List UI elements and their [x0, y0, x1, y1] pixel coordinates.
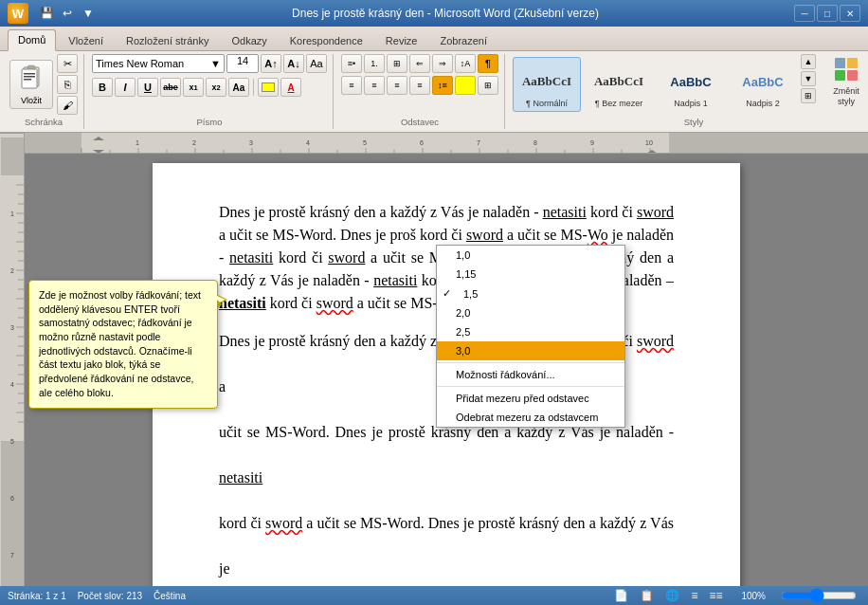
decrease-indent-button[interactable]: ⇐: [409, 54, 430, 73]
font-size-selector[interactable]: 14: [226, 54, 259, 73]
quick-access-dropdown[interactable]: ▼: [80, 5, 97, 22]
tab-home[interactable]: Domů: [8, 29, 56, 51]
style-heading1-preview: AaBbC: [660, 64, 721, 99]
style-normal-label: ¶ Normální: [526, 99, 568, 108]
line-spacing-button[interactable]: ↕≡: [432, 76, 453, 95]
line-spacing-options[interactable]: Možnosti řádkování...: [437, 365, 624, 384]
spacing-1-0[interactable]: 1,0: [437, 246, 624, 265]
style-heading1[interactable]: AaBbC Nadpis 1: [657, 57, 725, 112]
clipboard-group-content: Vložit ✂ ⎘ 🖌: [9, 54, 78, 115]
bullets-button[interactable]: ≡•: [341, 54, 362, 73]
font-family-arrow: ▼: [210, 58, 221, 69]
spacing-3-0[interactable]: 3,0: [437, 341, 624, 360]
multilevel-list-button[interactable]: ⊞: [387, 54, 407, 73]
tab-view[interactable]: Zobrazení: [429, 30, 497, 50]
highlight-color-btn[interactable]: [258, 78, 279, 97]
tab-layout[interactable]: Rozložení stránky: [116, 30, 219, 50]
style-heading2[interactable]: AaBbC Nadpis 2: [729, 57, 797, 112]
font-color-btn[interactable]: A: [280, 78, 301, 97]
style-no-spacing-preview: AaBbCcI: [588, 64, 649, 99]
line-spacing-dropdown: 1,0 1,15 ✓ 1,5 2,0 2,5 3,0 Možnosti řádk…: [436, 245, 625, 428]
svg-rect-49: [81, 133, 669, 153]
case-button[interactable]: Aa: [228, 78, 249, 97]
view-outline[interactable]: ≡: [691, 589, 697, 602]
superscript-button[interactable]: x2: [206, 78, 226, 97]
shading-button[interactable]: [455, 76, 476, 95]
window-title: Dnes je prostě krásný den - Microsoft Wo…: [97, 7, 794, 20]
minimize-button[interactable]: ─: [794, 5, 815, 22]
subscript-button[interactable]: x1: [183, 78, 204, 97]
view-draft[interactable]: ≡≡: [709, 589, 722, 602]
sword-1: sword: [637, 204, 674, 220]
styles-scroll-down[interactable]: ▼: [801, 71, 816, 86]
align-left-button[interactable]: ≡: [341, 76, 362, 95]
undo-quick-btn[interactable]: ↩: [59, 5, 76, 22]
spacing-1-15[interactable]: 1,15: [437, 265, 624, 284]
change-styles-button[interactable]: Změnitstyly: [818, 54, 868, 109]
remove-space-after[interactable]: Odebrat mezeru za odstavcem: [437, 408, 624, 427]
clipboard-label: Schránka: [9, 115, 78, 127]
spacing-2-5-label: 2,5: [456, 326, 470, 338]
numbering-button[interactable]: 1.: [364, 54, 385, 73]
strikethrough-button[interactable]: abe: [160, 78, 181, 97]
zoom-slider[interactable]: [781, 590, 857, 601]
svg-rect-8: [847, 58, 858, 68]
style-normal[interactable]: AaBbCcI ¶ Normální: [513, 57, 581, 112]
decrease-font-btn[interactable]: A↓: [283, 54, 304, 73]
paragraph-label: Odstavec: [341, 115, 498, 127]
tooltip-text: Zde je možnost volby řádkování; text odd…: [39, 289, 201, 398]
add-space-before[interactable]: Přidat mezeru před odstavec: [437, 389, 624, 408]
close-button[interactable]: ✕: [840, 5, 860, 22]
font-dialog-btn[interactable]: Aa: [306, 54, 327, 73]
align-right-button[interactable]: ≡: [387, 76, 407, 95]
styles-scroll-up[interactable]: ▲: [801, 54, 816, 69]
title-bar-left: W 💾 ↩ ▼: [8, 3, 97, 24]
restore-button[interactable]: □: [817, 5, 838, 22]
increase-indent-button[interactable]: ⇒: [432, 54, 453, 73]
format-painter-button[interactable]: 🖌: [57, 96, 78, 115]
sort-button[interactable]: ↕A: [455, 54, 476, 73]
view-web[interactable]: 🌐: [665, 589, 679, 602]
language: Čeština: [154, 591, 186, 601]
spacing-3-0-label: 3,0: [456, 345, 470, 357]
align-justify-button[interactable]: ≡: [409, 76, 430, 95]
tab-insert[interactable]: Vložení: [58, 30, 114, 50]
spacing-2-0[interactable]: 2,0: [437, 303, 624, 322]
svg-text:9: 9: [590, 139, 594, 146]
style-no-spacing[interactable]: AaBbCcI ¶ Bez mezer: [585, 57, 653, 112]
increase-font-btn[interactable]: A↑: [261, 54, 281, 73]
bold-button[interactable]: B: [92, 78, 113, 97]
italic-button[interactable]: I: [115, 78, 136, 97]
copy-button[interactable]: ⎘: [57, 75, 78, 94]
border-button[interactable]: ⊞: [478, 76, 498, 95]
svg-rect-4: [24, 73, 35, 75]
font-family-selector[interactable]: Times New Roman ▼: [92, 54, 225, 73]
sword-7: sword: [265, 515, 302, 531]
tab-references[interactable]: Odkazy: [221, 30, 277, 50]
menu-separator-2: [437, 386, 624, 387]
tab-mailings[interactable]: Korespondence: [280, 30, 373, 50]
save-quick-btn[interactable]: 💾: [38, 5, 55, 22]
spacing-1-5[interactable]: ✓ 1,5: [437, 284, 624, 303]
view-full[interactable]: 📋: [640, 589, 654, 602]
checkmark-1-5: ✓: [443, 287, 456, 300]
svg-rect-12: [1, 138, 24, 175]
show-formatting-button[interactable]: ¶: [478, 54, 498, 73]
svg-text:4: 4: [306, 139, 310, 146]
style-heading1-label: Nadpis 1: [674, 99, 708, 108]
spacing-2-5[interactable]: 2,5: [437, 322, 624, 341]
svg-rect-9: [835, 70, 845, 81]
zoom-level: 100%: [741, 591, 766, 601]
align-center-button[interactable]: ≡: [364, 76, 385, 95]
svg-rect-48: [25, 133, 81, 153]
view-print[interactable]: 📄: [614, 589, 628, 602]
underline-button[interactable]: U: [137, 78, 158, 97]
svg-text:10: 10: [645, 139, 653, 146]
paragraph-group: ≡• 1. ⊞ ⇐ ⇒ ↕A ¶ ≡ ≡ ≡ ≡ ↕≡ ⊞: [337, 54, 505, 129]
tab-review[interactable]: Revize: [375, 30, 428, 50]
styles-more[interactable]: ⊞: [801, 88, 816, 103]
netasiti-6: netasiti: [219, 469, 262, 486]
cut-button[interactable]: ✂: [57, 54, 78, 73]
font-group: Times New Roman ▼ 14 A↑ A↓ Aa B I U abe …: [88, 54, 334, 129]
paste-button[interactable]: Vložit: [9, 60, 53, 109]
